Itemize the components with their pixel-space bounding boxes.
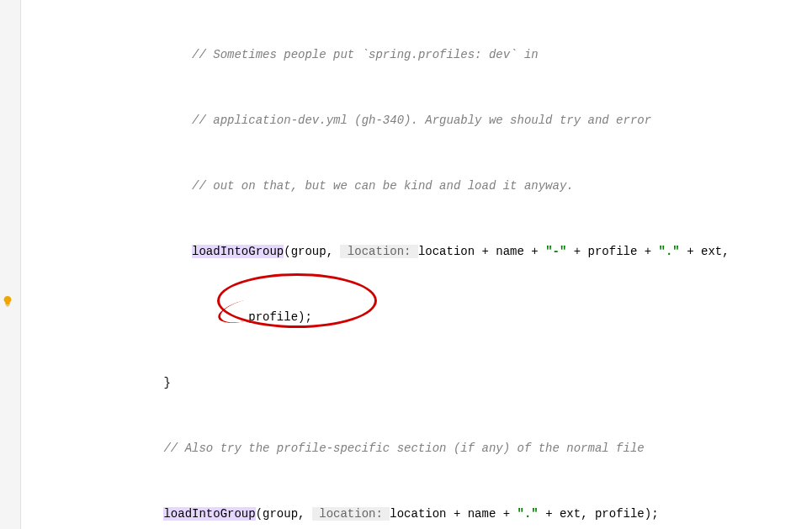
code-text: profile); bbox=[248, 310, 312, 324]
lightbulb-icon[interactable] bbox=[2, 293, 13, 315]
code-line[interactable]: profile); bbox=[21, 306, 812, 328]
string-literal: "." bbox=[659, 245, 680, 258]
string-literal: "." bbox=[517, 507, 539, 521]
code-text: + ext, profile); bbox=[539, 507, 659, 521]
method-call: loadIntoGroup bbox=[192, 245, 284, 258]
param-hint: location: bbox=[312, 507, 390, 521]
code-line[interactable]: // Also try the profile-specific section… bbox=[21, 437, 812, 459]
code-text: + ext, bbox=[680, 245, 730, 258]
comment-text: // Sometimes people put `spring.profiles… bbox=[192, 48, 539, 61]
comment-text: // Also try the profile-specific section… bbox=[163, 442, 644, 455]
code-editor[interactable]: // Sometimes people put `spring.profiles… bbox=[0, 0, 812, 529]
comment-text: // out on that, but we can be kind and l… bbox=[192, 179, 574, 193]
method-call: loadIntoGroup bbox=[163, 507, 255, 521]
code-line[interactable]: // out on that, but we can be kind and l… bbox=[21, 175, 812, 197]
comment-text: // application-dev.yml (gh-340). Arguabl… bbox=[192, 114, 651, 127]
code-line[interactable]: // Sometimes people put `spring.profiles… bbox=[21, 44, 812, 66]
code-line[interactable]: loadIntoGroup(group, location: location … bbox=[21, 503, 812, 525]
code-content[interactable]: // Sometimes people put `spring.profiles… bbox=[21, 0, 812, 529]
code-text: (group, bbox=[284, 245, 340, 258]
gutter bbox=[0, 0, 21, 529]
code-text: location + name + bbox=[418, 245, 545, 258]
brace: } bbox=[163, 376, 170, 389]
code-text: location + name + bbox=[390, 507, 517, 521]
string-literal: "-" bbox=[545, 245, 566, 258]
code-line[interactable]: // application-dev.yml (gh-340). Arguabl… bbox=[21, 109, 812, 131]
param-hint: location: bbox=[340, 245, 417, 258]
code-line[interactable]: } bbox=[21, 372, 812, 394]
code-text: + profile + bbox=[566, 245, 658, 258]
code-text: (group, bbox=[256, 507, 312, 521]
code-line[interactable]: loadIntoGroup(group, location: location … bbox=[21, 241, 812, 262]
